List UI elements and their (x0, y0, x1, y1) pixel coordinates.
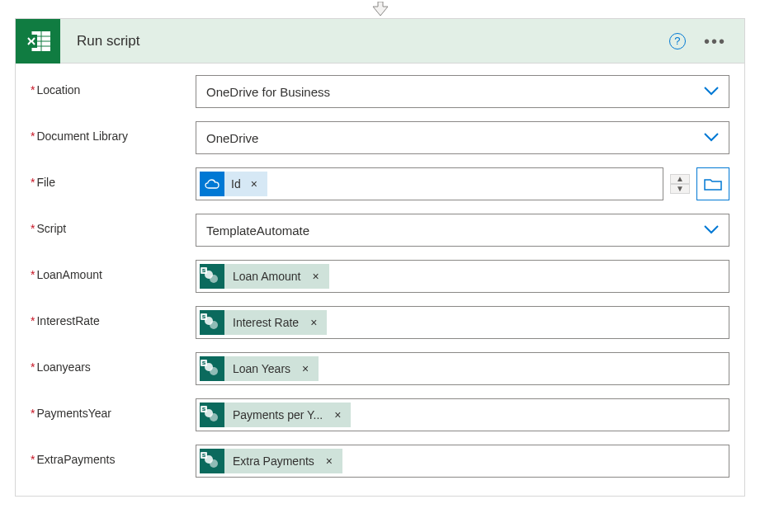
remove-token-icon[interactable]: × (299, 362, 312, 375)
token-label: Payments per Y... (233, 408, 323, 421)
script-value: TemplateAutomate (206, 224, 704, 238)
browse-folder-button[interactable] (696, 167, 729, 200)
label-extrapayments: *ExtraPayments (31, 445, 196, 466)
paymentsyear-token[interactable]: s Payments per Y... × (200, 403, 351, 427)
sharepoint-icon: s (200, 356, 224, 381)
label-location: *Location (31, 75, 196, 97)
library-value: OneDrive (206, 131, 704, 145)
label-loanyears: *Loanyears (31, 352, 196, 374)
sharepoint-icon: s (200, 264, 224, 289)
excel-icon (16, 19, 60, 64)
token-label: Interest Rate (233, 316, 299, 329)
remove-token-icon[interactable]: × (307, 316, 320, 329)
location-select[interactable]: OneDrive for Business (196, 75, 729, 108)
card-title: Run script (60, 33, 669, 49)
label-loanamount: *LoanAmount (31, 260, 196, 281)
sharepoint-icon: s (200, 403, 224, 427)
extrapayments-token[interactable]: s Extra Payments × (200, 449, 342, 473)
remove-token-icon[interactable]: × (323, 454, 336, 468)
extrapayments-input[interactable]: s Extra Payments × (196, 445, 729, 478)
onedrive-icon (200, 172, 224, 196)
stepper-down[interactable]: ▼ (670, 184, 690, 194)
token-label: Loan Amount (233, 270, 301, 283)
loanyears-token[interactable]: s Loan Years × (200, 356, 319, 381)
location-value: OneDrive for Business (206, 85, 704, 99)
token-label: Extra Payments (233, 454, 314, 468)
label-interestrate: *InterestRate (31, 306, 196, 327)
loanamount-input[interactable]: s Loan Amount × (196, 260, 729, 293)
folder-icon (704, 177, 722, 191)
chevron-down-icon (704, 85, 719, 98)
card-header[interactable]: Run script ? ••• (16, 19, 744, 64)
label-paymentsyear: *PaymentsYear (31, 398, 196, 420)
sharepoint-icon: s (200, 449, 224, 473)
remove-token-icon[interactable]: × (309, 270, 323, 283)
more-icon[interactable]: ••• (704, 33, 726, 49)
file-input[interactable]: Id × (196, 167, 663, 200)
label-library: *Document Library (31, 121, 196, 143)
action-card-run-script: Run script ? ••• *Location OneDrive for … (15, 18, 745, 497)
remove-token-icon[interactable]: × (331, 408, 344, 421)
paymentsyear-input[interactable]: s Payments per Y... × (196, 398, 729, 431)
help-icon[interactable]: ? (669, 33, 686, 49)
file-stepper: ▲ ▼ (670, 167, 690, 200)
token-label: Loan Years (233, 362, 290, 375)
interestrate-input[interactable]: s Interest Rate × (196, 306, 729, 339)
stepper-up[interactable]: ▲ (670, 174, 690, 184)
card-body: *Location OneDrive for Business *Documen… (16, 64, 744, 496)
label-file: *File (31, 167, 196, 189)
sharepoint-icon: s (200, 310, 224, 335)
chevron-down-icon (704, 224, 719, 237)
label-script: *Script (31, 214, 196, 235)
file-token-label: Id (231, 177, 241, 191)
remove-token-icon[interactable]: × (248, 177, 261, 191)
chevron-down-icon (704, 131, 719, 144)
interestrate-token[interactable]: s Interest Rate × (200, 310, 327, 335)
loanyears-input[interactable]: s Loan Years × (196, 352, 729, 385)
script-select[interactable]: TemplateAutomate (196, 214, 729, 247)
library-select[interactable]: OneDrive (196, 121, 729, 154)
file-token[interactable]: Id × (200, 172, 267, 196)
flow-arrow-icon (371, 2, 389, 19)
loanamount-token[interactable]: s Loan Amount × (200, 264, 329, 289)
